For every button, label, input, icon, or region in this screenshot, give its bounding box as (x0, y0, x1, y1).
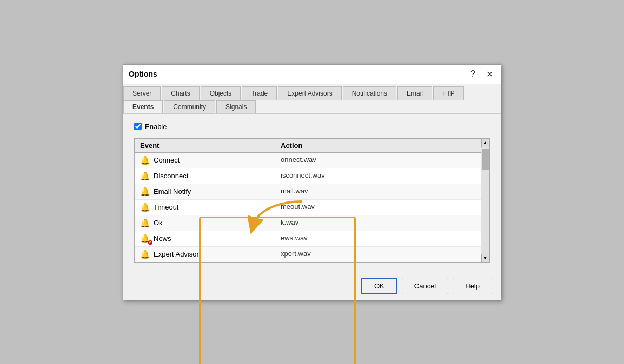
tab2-events[interactable]: Events (123, 100, 163, 113)
tab-email[interactable]: Email (397, 86, 432, 100)
scroll-down-button[interactable]: ▼ (481, 254, 490, 262)
help-button[interactable]: ? (468, 68, 477, 80)
tab-bar-outer: ServerChartsObjectsTradeExpert AdvisorsN… (123, 84, 501, 100)
action-column-header: Action (275, 139, 481, 152)
table-body: 🔔Connectonnect.wav🔔Disconnectisconnect.w… (135, 153, 489, 262)
event-name: Expert Advisor (154, 250, 199, 258)
footer: OK Cancel Help (123, 272, 501, 300)
scrollbar-track: ▲ ▼ (481, 139, 489, 262)
table-row[interactable]: 🔔✕Newsews.wav (135, 231, 489, 247)
event-name: Connect (154, 156, 180, 164)
tab-objects[interactable]: Objects (201, 86, 241, 100)
bell-icon: 🔔 (140, 218, 150, 228)
table-row[interactable]: 🔔Email Notifymail.wav (135, 184, 489, 200)
cell-action-disconnect: isconnect.wav (275, 168, 489, 184)
options-dialog: Options ? ✕ ServerChartsObjectsTradeExpe… (123, 64, 501, 300)
event-name: Ok (154, 219, 163, 227)
table-row[interactable]: 🔔Okk.wav (135, 215, 489, 231)
bell-icon: 🔔 (140, 156, 150, 165)
tab-trade[interactable]: Trade (242, 86, 277, 100)
title-bar-controls: ? ✕ (468, 68, 495, 80)
tab-ftp[interactable]: FTP (433, 86, 464, 100)
cell-event-expert-advisor: 🔔Expert Advisor (135, 247, 275, 262)
cell-event-news: 🔔✕News (135, 231, 275, 246)
tab2-community[interactable]: Community (164, 100, 215, 113)
event-column-header: Event (135, 139, 275, 152)
scrollbar-thumb[interactable] (482, 149, 489, 170)
events-table: Event Action 🔔Connectonnect.wav🔔Disconne… (134, 138, 490, 263)
title-bar: Options ? ✕ (123, 65, 501, 84)
cell-action-expert-advisor: xpert.wav (275, 247, 489, 262)
cell-action-ok: k.wav (275, 215, 489, 231)
cell-action-news: ews.wav (275, 231, 489, 246)
bell-icon: 🔔 (140, 250, 150, 259)
table-header: Event Action (135, 139, 489, 153)
close-button[interactable]: ✕ (484, 68, 495, 80)
event-name: Disconnect (154, 172, 188, 180)
cell-action-connect: onnect.wav (275, 153, 489, 168)
dialog-title: Options (129, 70, 157, 78)
cell-event-email-notify: 🔔Email Notify (135, 184, 275, 199)
enable-row: Enable (134, 123, 490, 131)
enable-label[interactable]: Enable (145, 123, 167, 131)
tab-expert-advisors[interactable]: Expert Advisors (278, 86, 341, 100)
table-row[interactable]: 🔔Expert Advisorxpert.wav (135, 247, 489, 262)
cell-action-email-notify: mail.wav (275, 184, 489, 199)
tab-notifications[interactable]: Notifications (343, 86, 396, 100)
tab2-signals[interactable]: Signals (216, 100, 256, 113)
bell-icon: 🔔 (140, 187, 150, 197)
event-name: News (154, 234, 171, 242)
cell-event-ok: 🔔Ok (135, 215, 275, 231)
scroll-up-button[interactable]: ▲ (481, 139, 490, 147)
ok-button[interactable]: OK (361, 278, 397, 294)
tab-server[interactable]: Server (123, 86, 161, 100)
cell-event-disconnect: 🔔Disconnect (135, 168, 275, 184)
table-row[interactable]: 🔔Connectonnect.wav (135, 153, 489, 168)
cancel-button[interactable]: Cancel (402, 278, 448, 294)
table-row[interactable]: 🔔Disconnectisconnect.wav (135, 168, 489, 184)
help-footer-button[interactable]: Help (453, 278, 492, 294)
content-area: Enable Event Action 🔔Connectonnect.wav🔔D… (123, 114, 501, 272)
table-row[interactable]: 🔔Timeoutmeout.wav (135, 200, 489, 215)
cell-action-timeout: meout.wav (275, 200, 489, 215)
bell-news-icon: 🔔✕ (140, 234, 150, 244)
cell-event-timeout: 🔔Timeout (135, 200, 275, 215)
tab-charts[interactable]: Charts (162, 86, 199, 100)
event-name: Email Notify (154, 187, 191, 196)
tab-row-1: ServerChartsObjectsTradeExpert AdvisorsN… (123, 84, 501, 100)
tab-row-2: EventsCommunitySignals (123, 100, 501, 114)
cell-event-connect: 🔔Connect (135, 153, 275, 168)
bell-icon: 🔔 (140, 171, 150, 181)
title-bar-title: Options (129, 70, 157, 78)
bell-icon: 🔔 (140, 203, 150, 212)
event-name: Timeout (154, 203, 178, 211)
enable-checkbox[interactable] (134, 123, 142, 130)
